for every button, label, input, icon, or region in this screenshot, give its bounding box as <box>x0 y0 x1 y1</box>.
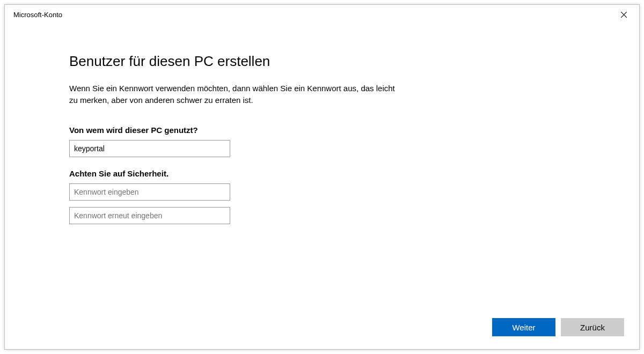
titlebar: Microsoft-Konto <box>5 5 639 24</box>
main-content: Benutzer für diesen PC erstellen Wenn Si… <box>69 53 456 224</box>
dialog-window: Microsoft-Konto Benutzer für diesen PC e… <box>4 4 640 350</box>
password-input[interactable] <box>69 183 230 201</box>
next-button[interactable]: Weiter <box>492 318 555 336</box>
security-label: Achten Sie auf Sicherheit. <box>69 169 456 178</box>
username-label: Von wem wird dieser PC genutzt? <box>69 126 456 135</box>
page-description: Wenn Sie ein Kennwort verwenden möchten,… <box>69 83 402 106</box>
page-heading: Benutzer für diesen PC erstellen <box>69 53 456 70</box>
back-button[interactable]: Zurück <box>561 318 624 336</box>
dialog-footer: Weiter Zurück <box>492 318 624 336</box>
close-icon <box>621 10 627 19</box>
password-fields <box>69 183 456 224</box>
window-title: Microsoft-Konto <box>13 11 62 19</box>
close-button[interactable] <box>611 6 636 23</box>
password-confirm-input[interactable] <box>69 207 230 224</box>
username-input[interactable] <box>69 140 230 157</box>
